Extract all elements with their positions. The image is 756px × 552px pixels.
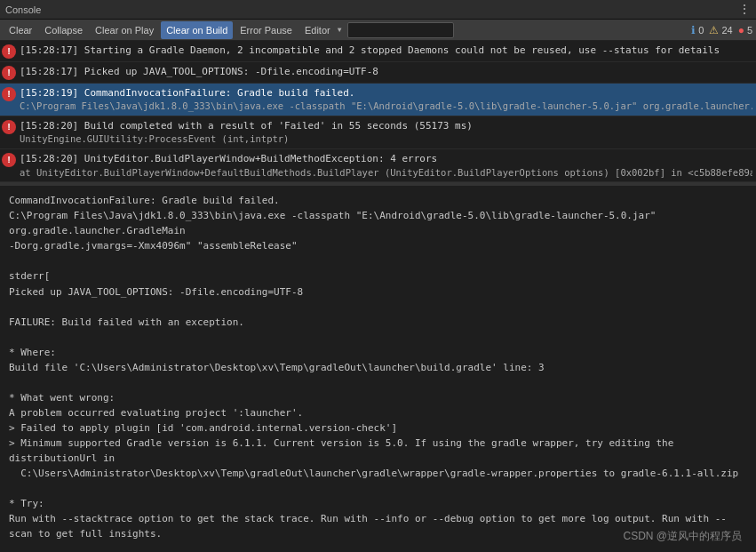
editor-dropdown-arrow: ▼ xyxy=(338,26,342,34)
log-message: [15:28:20] Build completed with a result… xyxy=(20,119,752,146)
collapse-button[interactable]: Collapse xyxy=(39,21,88,39)
editor-dropdown[interactable]: Editor ▼ xyxy=(299,21,342,39)
search-input[interactable] xyxy=(347,22,454,38)
error-icon: ● xyxy=(738,24,744,36)
badges-container: ℹ 0 ⚠ 24 ● 5 xyxy=(691,24,752,36)
log-row[interactable]: ![15:28:19] CommandInvocationFailure: Gr… xyxy=(0,84,756,116)
warn-count: 24 xyxy=(721,25,732,36)
log-message: [15:28:20] UnityEditor.BuildPlayerWindow… xyxy=(20,152,752,179)
log-sub-message: at UnityEditor.BuildPlayerWindow+Default… xyxy=(20,166,752,180)
title-bar-menu-icon[interactable]: ⋮ xyxy=(738,2,751,17)
console-title: Console xyxy=(5,4,41,15)
log-area: ![15:28:17] Starting a Gradle Daemon, 2 … xyxy=(0,41,756,183)
log-row[interactable]: ![15:28:20] Build completed with a resul… xyxy=(0,116,756,149)
info-badge: ℹ 0 xyxy=(691,24,704,36)
log-message: [15:28:17] Starting a Gradle Daemon, 2 i… xyxy=(20,44,752,57)
error-icon: ! xyxy=(2,44,16,59)
warn-badge: ⚠ 24 xyxy=(709,24,732,36)
info-icon: ℹ xyxy=(691,24,696,36)
error-badge: ● 5 xyxy=(738,24,752,36)
detail-text: CommandInvocationFailure: Gradle build f… xyxy=(9,193,747,552)
error-pause-button[interactable]: Error Pause xyxy=(235,21,298,39)
toolbar: Clear Collapse Clear on Play Clear on Bu… xyxy=(0,20,756,41)
clear-on-play-button[interactable]: Clear on Play xyxy=(90,21,159,39)
error-icon: ! xyxy=(2,153,16,167)
clear-on-build-button[interactable]: Clear on Build xyxy=(161,21,233,39)
error-count: 5 xyxy=(747,25,752,36)
log-row[interactable]: ![15:28:20] UnityEditor.BuildPlayerWindo… xyxy=(0,149,756,182)
warn-icon: ⚠ xyxy=(709,24,719,36)
clear-button[interactable]: Clear xyxy=(4,21,37,39)
info-count: 0 xyxy=(698,25,704,36)
log-message: [15:28:17] Picked up JAVA_TOOL_OPTIONS: … xyxy=(20,65,752,78)
detail-area[interactable]: CommandInvocationFailure: Gradle build f… xyxy=(0,186,756,552)
log-sub-message: C:\Program Files\Java\jdk1.8.0_333\bin\j… xyxy=(20,100,752,113)
log-row[interactable]: ![15:28:17] Starting a Gradle Daemon, 2 … xyxy=(0,41,756,62)
title-bar: Console ⋮ xyxy=(0,0,756,20)
error-icon: ! xyxy=(2,120,16,134)
log-message: [15:28:19] CommandInvocationFailure: Gra… xyxy=(20,86,752,113)
error-icon: ! xyxy=(2,66,16,80)
log-sub-message: UnityEngine.GUIUtility:ProcessEvent (int… xyxy=(20,132,752,146)
watermark: CSDN @逆风中的程序员 xyxy=(623,528,742,545)
log-row[interactable]: ![15:28:17] Picked up JAVA_TOOL_OPTIONS:… xyxy=(0,62,756,84)
editor-button[interactable]: Editor xyxy=(299,21,336,39)
error-icon: ! xyxy=(2,87,16,101)
